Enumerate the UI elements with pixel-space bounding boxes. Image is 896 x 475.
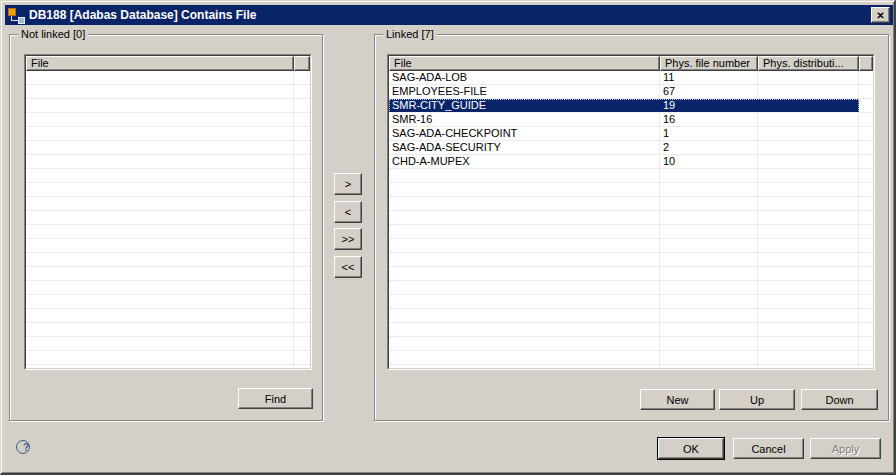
not-linked-table[interactable]: File [24, 54, 312, 370]
table-cell [758, 141, 859, 154]
table-cell [859, 127, 873, 140]
table-cell [859, 211, 873, 224]
table-row[interactable]: EMPLOYEES-FILE67 [389, 85, 873, 99]
table-cell: SAG-ADA-LOB [389, 71, 660, 84]
linked-group: Linked [7] File Phys. file number Phys. … [374, 34, 889, 421]
table-cell [26, 337, 294, 350]
up-button[interactable]: Up [719, 389, 795, 410]
table-cell [294, 155, 310, 168]
table-row-empty [389, 169, 873, 183]
table-row-empty [26, 211, 310, 225]
column-header-phys-file-number[interactable]: Phys. file number [660, 56, 758, 71]
down-button[interactable]: Down [801, 389, 878, 410]
table-cell [660, 183, 758, 196]
table-cell [294, 365, 310, 368]
table-row-empty [389, 365, 873, 368]
column-header-file[interactable]: File [26, 56, 294, 71]
table-cell: 67 [660, 85, 758, 98]
table-row-empty [26, 281, 310, 295]
table-cell [758, 225, 859, 238]
linked-table[interactable]: File Phys. file number Phys. distributi.… [387, 54, 875, 370]
table-row-empty [26, 113, 310, 127]
window-title: DB188 [Adabas Database] Contains File [29, 5, 256, 25]
table-cell [294, 295, 310, 308]
table-cell [859, 309, 873, 322]
table-cell: 10 [660, 155, 758, 168]
table-cell [859, 351, 873, 364]
table-cell [758, 281, 859, 294]
cancel-button[interactable]: Cancel [733, 438, 804, 459]
table-row-empty [26, 141, 310, 155]
table-cell [26, 295, 294, 308]
table-cell [294, 351, 310, 364]
table-cell [660, 253, 758, 266]
table-cell [26, 309, 294, 322]
table-cell [758, 267, 859, 280]
titlebar[interactable]: DB188 [Adabas Database] Contains File ✕ [5, 5, 893, 25]
table-row[interactable]: SAG-ADA-LOB11 [389, 71, 873, 85]
move-all-right-button[interactable]: >> [334, 228, 362, 250]
table-cell [389, 225, 660, 238]
table-cell [389, 267, 660, 280]
table-cell [294, 197, 310, 210]
close-icon[interactable]: ✕ [871, 7, 890, 23]
not-linked-table-inner: File [25, 55, 311, 369]
table-cell [758, 295, 859, 308]
table-cell [389, 239, 660, 252]
table-row[interactable]: SAG-ADA-CHECKPOINT1 [389, 127, 873, 141]
table-row[interactable]: SMR-CITY_GUIDE19 [389, 99, 873, 113]
table-row-empty [26, 323, 310, 337]
not-linked-table-header: File [26, 56, 310, 71]
table-cell [859, 253, 873, 266]
not-linked-table-body [26, 71, 310, 368]
table-cell [389, 365, 660, 368]
table-cell [294, 337, 310, 350]
table-cell [26, 267, 294, 280]
table-row-empty [26, 239, 310, 253]
table-row[interactable]: SAG-ADA-SECURITY2 [389, 141, 873, 155]
table-cell [758, 169, 859, 182]
new-button[interactable]: New [640, 389, 715, 410]
move-right-button[interactable]: > [334, 173, 362, 195]
table-cell [294, 127, 310, 140]
table-row-empty [389, 351, 873, 365]
column-header-phys-distribution[interactable]: Phys. distributi... [758, 56, 859, 71]
table-row[interactable]: CHD-A-MUPEX10 [389, 155, 873, 169]
table-row-empty [389, 239, 873, 253]
ok-button[interactable]: OK [658, 438, 724, 459]
table-cell [758, 337, 859, 350]
table-cell [758, 197, 859, 210]
help-icon[interactable]: ? [16, 440, 30, 454]
table-cell: 16 [660, 113, 758, 126]
table-cell [26, 71, 294, 84]
table-row-empty [26, 295, 310, 309]
table-cell [294, 281, 310, 294]
table-cell [660, 239, 758, 252]
table-cell [660, 267, 758, 280]
column-header-file[interactable]: File [389, 56, 660, 71]
table-cell [660, 323, 758, 336]
table-row-empty [26, 127, 310, 141]
table-cell: 1 [660, 127, 758, 140]
table-cell [26, 141, 294, 154]
table-row-empty [389, 267, 873, 281]
table-cell [294, 113, 310, 126]
move-all-left-button[interactable]: << [334, 256, 362, 278]
apply-button: Apply [810, 438, 881, 459]
move-left-button[interactable]: < [334, 201, 362, 223]
find-button[interactable]: Find [238, 388, 313, 409]
table-cell [660, 225, 758, 238]
table-cell: SAG-ADA-SECURITY [389, 141, 660, 154]
table-row[interactable]: SMR-1616 [389, 113, 873, 127]
table-cell [26, 351, 294, 364]
table-cell [859, 85, 873, 98]
table-cell: CHD-A-MUPEX [389, 155, 660, 168]
table-cell [389, 211, 660, 224]
table-cell [26, 197, 294, 210]
table-cell [389, 169, 660, 182]
table-cell [26, 99, 294, 112]
table-cell [294, 239, 310, 252]
table-cell [859, 141, 873, 154]
table-cell [389, 351, 660, 364]
table-row-empty [389, 309, 873, 323]
